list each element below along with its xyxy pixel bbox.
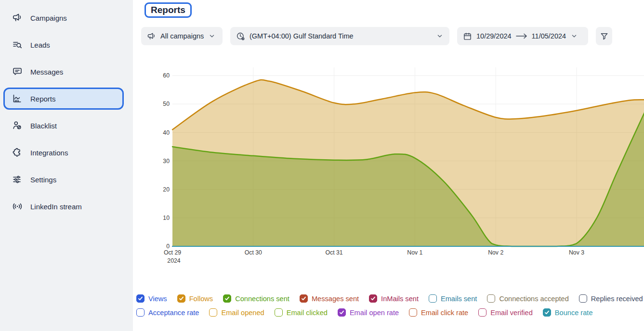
megaphone-icon <box>12 13 23 23</box>
email-open-rate-checkbox[interactable] <box>338 308 346 317</box>
leads-icon <box>12 39 23 50</box>
x-axis-label: Oct 29 <box>164 249 181 256</box>
y-axis-label: 60 <box>163 72 170 79</box>
filter-button[interactable] <box>596 27 612 45</box>
settings-icon <box>12 174 23 185</box>
legend-label: Messages sent <box>312 295 359 303</box>
legend-label: Acceptance rate <box>148 309 199 317</box>
email-clicked-checkbox[interactable] <box>275 308 283 317</box>
reports-area-chart-svg: 0102030405060Oct 292024Oct 30Oct 31Nov 1… <box>159 55 644 277</box>
x-axis-label: Nov 1 <box>407 249 422 256</box>
y-axis-label: 30 <box>163 158 170 165</box>
sidebar-item-messages[interactable]: Messages <box>3 61 124 83</box>
date-range-start: 10/29/2024 <box>476 32 512 40</box>
legend-row: ViewsFollowsConnections sentMessages sen… <box>136 294 644 303</box>
integrations-icon <box>12 147 23 158</box>
funnel-icon <box>600 32 609 41</box>
sidebar-item-label: Settings <box>30 176 56 184</box>
y-axis-label: 50 <box>163 101 170 107</box>
sidebar-item-label: Messages <box>30 68 63 76</box>
timezone-dropdown[interactable]: (GMT+04:00) Gulf Standard Time <box>230 27 449 45</box>
connections-accepted-checkbox[interactable] <box>487 294 495 303</box>
legend-label: InMails sent <box>381 295 419 303</box>
legend-label: Email opened <box>221 309 264 317</box>
sidebar-item-label: Campaigns <box>30 14 67 22</box>
email-opened-checkbox[interactable] <box>209 308 217 317</box>
megaphone-icon <box>147 32 156 41</box>
sidebar-item-campaigns[interactable]: Campaigns <box>3 7 124 29</box>
y-axis-label: 40 <box>163 129 170 136</box>
legend-label: Email verified <box>490 309 533 317</box>
x-axis-label: Oct 31 <box>325 249 342 256</box>
legend-item-acceptance-rate[interactable]: Acceptance rate <box>136 308 199 317</box>
email-click-rate-checkbox[interactable] <box>409 308 417 317</box>
page-title-highlight: Reports <box>145 2 192 18</box>
campaigns-filter-dropdown[interactable]: All campaigns <box>141 27 223 45</box>
campaigns-filter-label: All campaigns <box>160 32 204 40</box>
connections-sent-checkbox[interactable] <box>223 294 231 303</box>
legend-item-bounce-rate[interactable]: Bounce rate <box>543 308 593 317</box>
legend-item-follows[interactable]: Follows <box>177 294 213 303</box>
legend-item-views[interactable]: Views <box>136 294 167 303</box>
sidebar-item-blacklist[interactable]: Blacklist <box>3 115 124 137</box>
sidebar-item-linkedin-stream[interactable]: LinkedIn stream <box>3 195 124 217</box>
legend-item-email-open-rate[interactable]: Email open rate <box>338 308 399 317</box>
filter-bar: All campaigns (GMT+04:00) Gulf Standard … <box>141 27 612 45</box>
messages-icon <box>12 66 23 77</box>
legend-label: Connections sent <box>235 295 289 303</box>
legend-item-email-opened[interactable]: Email opened <box>209 308 264 317</box>
x-axis-sublabel: 2024 <box>167 257 181 264</box>
calendar-icon <box>463 32 472 41</box>
inmails-sent-checkbox[interactable] <box>369 294 377 303</box>
legend-label: Replies received <box>591 295 643 303</box>
linkedin-stream-icon <box>12 201 23 212</box>
reports-icon <box>12 93 23 104</box>
follows-checkbox[interactable] <box>177 294 185 303</box>
blacklist-icon <box>12 120 23 131</box>
chevron-down-icon <box>208 32 216 40</box>
date-range-end: 11/05/2024 <box>532 32 566 40</box>
chart-legend: ViewsFollowsConnections sentMessages sen… <box>136 294 644 322</box>
replies-received-checkbox[interactable] <box>579 294 587 303</box>
messages-sent-checkbox[interactable] <box>300 294 308 303</box>
legend-label: Email click rate <box>421 309 468 317</box>
legend-label: Connections accepted <box>499 295 568 303</box>
email-verified-checkbox[interactable] <box>478 308 486 317</box>
legend-item-connections-accepted[interactable]: Connections accepted <box>487 294 568 303</box>
legend-label: Views <box>148 295 167 303</box>
clock-icon <box>236 32 245 41</box>
legend-label: Email clicked <box>287 309 328 317</box>
sidebar-item-settings[interactable]: Settings <box>3 168 124 191</box>
main-content: Reports All campaigns (GMT+04:00) Gulf S… <box>133 0 644 331</box>
legend-item-messages-sent[interactable]: Messages sent <box>300 294 359 303</box>
acceptance-rate-checkbox[interactable] <box>136 308 145 317</box>
legend-item-email-clicked[interactable]: Email clicked <box>275 308 328 317</box>
legend-item-email-verified[interactable]: Email verified <box>478 308 533 317</box>
views-checkbox[interactable] <box>136 294 145 303</box>
legend-item-inmails-sent[interactable]: InMails sent <box>369 294 419 303</box>
legend-label: Email open rate <box>350 309 399 317</box>
legend-item-connections-sent[interactable]: Connections sent <box>223 294 289 303</box>
legend-item-replies-received[interactable]: Replies received <box>579 294 643 303</box>
bounce-rate-checkbox[interactable] <box>543 308 551 317</box>
legend-label: Emails sent <box>441 295 477 303</box>
sidebar-item-leads[interactable]: Leads <box>3 34 124 56</box>
legend-label: Bounce rate <box>555 309 593 317</box>
legend-item-emails-sent[interactable]: Emails sent <box>429 294 477 303</box>
sidebar-item-reports[interactable]: Reports <box>3 88 124 110</box>
legend-item-email-click-rate[interactable]: Email click rate <box>409 308 468 317</box>
arrow-right-icon <box>515 33 528 39</box>
date-range-picker[interactable]: 10/29/2024 11/05/2024 <box>457 27 588 45</box>
x-axis-label: Oct 30 <box>245 249 262 256</box>
sidebar-item-label: Reports <box>30 95 56 103</box>
sidebar-item-integrations[interactable]: Integrations <box>3 141 124 164</box>
legend-label: Follows <box>189 295 213 303</box>
x-axis-label: Nov 2 <box>488 249 503 256</box>
sidebar-item-label: Leads <box>30 41 50 49</box>
sidebar: CampaignsLeadsMessagesReportsBlacklistIn… <box>0 0 133 331</box>
page-title: Reports <box>151 5 185 15</box>
emails-sent-checkbox[interactable] <box>429 294 437 303</box>
chevron-down-icon <box>436 32 444 40</box>
sidebar-item-label: LinkedIn stream <box>30 203 82 211</box>
sidebar-item-label: Blacklist <box>30 122 57 130</box>
